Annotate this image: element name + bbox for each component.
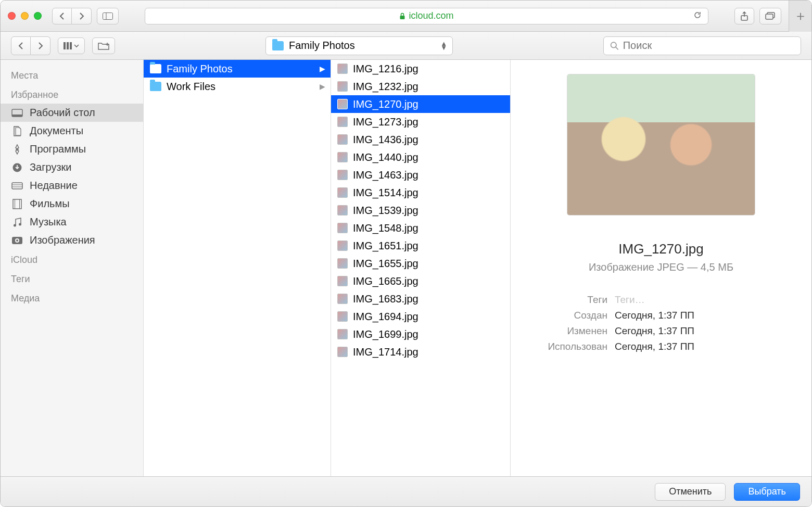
meta-used-label: Использован [524, 341, 607, 352]
address-bar[interactable]: icloud.com [145, 8, 708, 24]
folder-item[interactable]: Family Photos▶ [144, 60, 331, 78]
file-label: IMG_1436.jpg [353, 134, 418, 146]
search-input[interactable] [623, 40, 794, 52]
svg-rect-5 [766, 14, 773, 19]
folder-icon [150, 82, 161, 91]
file-item[interactable]: IMG_1273.jpg [331, 113, 510, 131]
file-item[interactable]: IMG_1655.jpg [331, 255, 510, 272]
sidebar-item[interactable]: Изображения [1, 231, 143, 249]
file-thumbnail-icon [337, 311, 348, 322]
close-window-button[interactable] [8, 12, 16, 20]
preview-metadata: Теги Теги… Создан Сегодня, 1:37 ПП Измен… [524, 292, 798, 354]
file-item[interactable]: IMG_1440.jpg [331, 148, 510, 166]
path-popup-button[interactable]: Family Photos ▲▼ [265, 36, 453, 55]
file-thumbnail-icon [337, 329, 348, 339]
sidebar-item[interactable]: Музыка [1, 213, 143, 231]
minimize-window-button[interactable] [21, 12, 29, 20]
svg-rect-0 [103, 12, 113, 19]
file-thumbnail-icon [337, 99, 348, 109]
file-item[interactable]: IMG_1463.jpg [331, 166, 510, 184]
folder-item[interactable]: Work Files▶ [144, 78, 331, 95]
file-label: IMG_1440.jpg [353, 151, 418, 163]
file-label: IMG_1548.jpg [353, 222, 418, 234]
file-thumbnail-icon [337, 64, 348, 74]
sidebar-item[interactable]: Документы [1, 122, 143, 140]
sidebar-item[interactable]: Недавние [1, 176, 143, 195]
file-item[interactable]: IMG_1665.jpg [331, 272, 510, 290]
file-item[interactable]: IMG_1232.jpg [331, 78, 510, 95]
file-label: IMG_1694.jpg [353, 311, 418, 323]
reload-button[interactable] [693, 11, 702, 21]
view-mode-button[interactable] [58, 37, 85, 54]
file-item[interactable]: IMG_1514.jpg [331, 184, 510, 201]
picker-toolbar: Family Photos ▲▼ [1, 32, 811, 60]
svg-rect-13 [12, 183, 22, 189]
fullscreen-window-button[interactable] [34, 12, 42, 20]
file-thumbnail-icon [337, 258, 348, 269]
back-button[interactable] [52, 8, 72, 24]
new-tab-button[interactable]: ＋ [789, 1, 811, 32]
svg-line-9 [616, 47, 618, 49]
file-thumbnail-icon [337, 240, 348, 251]
search-field[interactable] [603, 36, 801, 55]
file-label: IMG_1699.jpg [353, 328, 418, 340]
safari-window: icloud.com ＋ [0, 0, 812, 507]
columns-icon [64, 42, 72, 49]
file-item[interactable]: IMG_1216.jpg [331, 60, 510, 78]
folder-icon [150, 64, 161, 73]
preview-pane: IMG_1270.jpg Изображение JPEG — 4,5 МБ Т… [511, 60, 811, 476]
sidebar-header: Избранное [1, 84, 143, 104]
sidebar-item[interactable]: Программы [1, 140, 143, 158]
forward-button[interactable] [72, 8, 92, 24]
sidebar-toggle-button[interactable] [97, 8, 119, 24]
recents-icon [11, 181, 23, 191]
preview-filename: IMG_1270.jpg [618, 241, 703, 257]
svg-rect-11 [12, 115, 22, 117]
chevron-down-icon [74, 44, 79, 48]
new-folder-button[interactable] [92, 37, 115, 54]
sidebar-header: Медиа [1, 288, 143, 307]
stepper-icon: ▲▼ [440, 42, 447, 50]
sidebar-item[interactable]: Рабочий стол [1, 104, 143, 122]
file-item[interactable]: IMG_1436.jpg [331, 131, 510, 148]
picker-forward-button[interactable] [31, 36, 50, 55]
address-bar-url: icloud.com [399, 10, 453, 21]
sidebar-item[interactable]: Фильмы [1, 195, 143, 213]
file-label: IMG_1665.jpg [353, 275, 418, 287]
file-item[interactable]: IMG_1539.jpg [331, 201, 510, 219]
movies-icon [11, 199, 23, 209]
svg-point-8 [611, 42, 616, 47]
file-item[interactable]: IMG_1694.jpg [331, 308, 510, 325]
sidebar-item-label: Документы [30, 125, 83, 137]
file-thumbnail-icon [337, 134, 348, 145]
file-label: IMG_1714.jpg [353, 346, 418, 358]
file-item[interactable]: IMG_1683.jpg [331, 290, 510, 308]
tabs-button[interactable] [759, 8, 781, 24]
file-item[interactable]: IMG_1651.jpg [331, 237, 510, 255]
folders-column: Family Photos▶Work Files▶ [144, 60, 331, 476]
cancel-button[interactable]: Отменить [655, 483, 726, 501]
svg-point-23 [16, 239, 18, 242]
share-button[interactable] [734, 8, 754, 24]
file-thumbnail-icon [337, 276, 348, 286]
file-item[interactable]: IMG_1714.jpg [331, 343, 510, 361]
choose-button[interactable]: Выбрать [734, 483, 800, 501]
sidebar-item-label: Рабочий стол [30, 107, 95, 119]
safari-toolbar: icloud.com ＋ [1, 1, 811, 32]
sidebar-header: iCloud [1, 249, 143, 269]
sidebar-item-label: Фильмы [30, 198, 70, 210]
pictures-icon [11, 235, 23, 246]
meta-tags-value[interactable]: Теги… [615, 294, 645, 306]
file-item[interactable]: IMG_1548.jpg [331, 219, 510, 237]
file-thumbnail-icon [337, 152, 348, 162]
chevron-right-icon: ▶ [320, 82, 325, 91]
svg-point-19 [14, 224, 16, 226]
file-item[interactable]: IMG_1699.jpg [331, 325, 510, 343]
file-thumbnail-icon [337, 117, 348, 127]
picker-back-button[interactable] [11, 36, 31, 55]
sidebar-item[interactable]: Загрузки [1, 158, 143, 176]
sidebar-header: Теги [1, 269, 143, 288]
file-item[interactable]: IMG_1270.jpg [331, 95, 510, 113]
meta-modified-label: Изменен [524, 325, 607, 337]
svg-point-20 [19, 223, 21, 225]
